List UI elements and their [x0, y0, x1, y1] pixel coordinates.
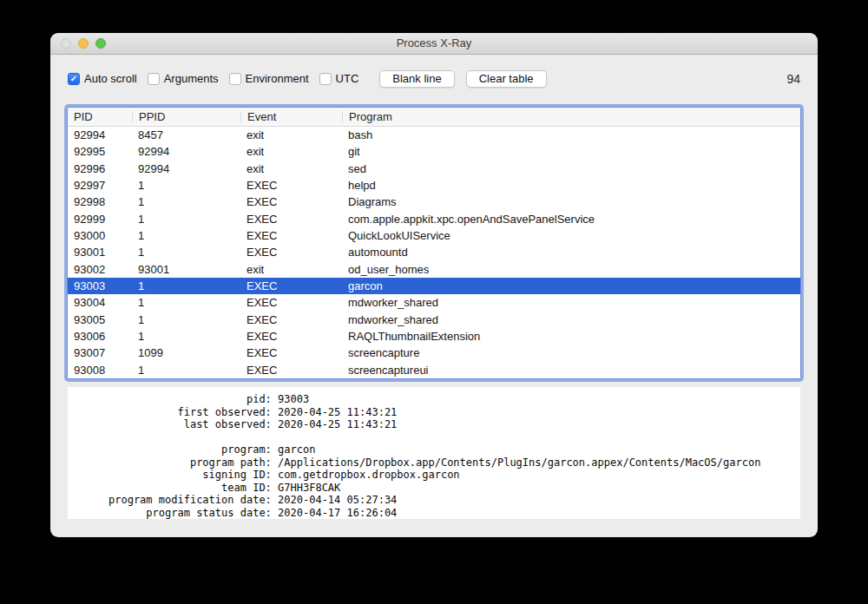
cell-program: mdworker_shared	[342, 312, 800, 328]
cell-ppid: 1	[132, 177, 240, 194]
column-header-program[interactable]: Program	[342, 111, 800, 123]
table-row[interactable]: 930051EXECmdworker_shared	[68, 312, 800, 328]
cell-event: EXEC	[240, 227, 342, 244]
table-row[interactable]: 9299592994exitgit	[68, 143, 800, 160]
checkbox-box-icon[interactable]	[319, 73, 332, 85]
cell-event: EXEC	[240, 312, 342, 328]
cell-program: bash	[342, 127, 800, 143]
clear-table-button[interactable]: Clear table	[466, 70, 547, 88]
blank-line-button[interactable]: Blank line	[379, 70, 454, 88]
table-row[interactable]: 929991EXECcom.apple.appkit.xpc.openAndSa…	[68, 211, 800, 227]
arguments-label: Arguments	[164, 72, 219, 85]
cell-event: exit	[240, 261, 342, 278]
process-xray-window: Process X-Ray ✓ Auto scroll Arguments En…	[50, 33, 818, 537]
cell-program: garcon	[342, 278, 800, 294]
cell-program: Diagrams	[342, 194, 800, 210]
cell-program: RAQLThumbnailExtension	[342, 328, 800, 345]
table-row[interactable]: 930011EXECautomountd	[68, 244, 800, 260]
checkbox-box-icon[interactable]	[229, 73, 241, 85]
cell-event: exit	[240, 143, 342, 160]
cell-ppid: 1	[132, 194, 240, 210]
cell-pid: 93002	[68, 261, 132, 278]
cell-program: automountd	[342, 244, 800, 260]
table-header: PID PPID Event Program	[68, 108, 800, 127]
cell-ppid: 1	[132, 278, 240, 294]
cell-program: screencaptureui	[342, 362, 800, 378]
cell-pid: 92999	[68, 211, 132, 227]
table-row[interactable]: 929971EXEChelpd	[68, 177, 800, 194]
title-bar[interactable]: Process X-Ray	[50, 33, 818, 55]
column-header-pid[interactable]: PID	[68, 111, 132, 123]
cell-pid: 92994	[68, 127, 132, 143]
checkbox-box-icon[interactable]: ✓	[68, 73, 80, 85]
cell-ppid: 92994	[132, 161, 240, 177]
cell-event: EXEC	[240, 244, 342, 260]
cell-ppid: 1	[132, 362, 240, 378]
auto-scroll-checkbox[interactable]: ✓ Auto scroll	[68, 72, 137, 85]
cell-program: mdworker_shared	[342, 294, 800, 311]
cell-pid: 92995	[68, 143, 132, 160]
arguments-checkbox[interactable]: Arguments	[148, 72, 219, 85]
cell-pid: 93004	[68, 294, 132, 311]
process-details: pid: 93003 first observed: 2020-04-25 11…	[68, 387, 800, 519]
process-table[interactable]: PID PPID Event Program 929948457exitbash…	[67, 107, 801, 379]
cell-event: EXEC	[240, 362, 342, 378]
cell-pid: 93006	[68, 328, 132, 345]
toolbar: ✓ Auto scroll Arguments Environment UTC …	[68, 69, 800, 88]
cell-ppid: 92994	[132, 143, 240, 160]
table-row[interactable]: 9300293001exitod_user_homes	[68, 261, 800, 278]
cell-event: EXEC	[240, 278, 342, 294]
environment-label: Environment	[246, 72, 309, 85]
utc-checkbox[interactable]: UTC	[319, 72, 359, 85]
cell-program: helpd	[342, 177, 800, 194]
cell-pid: 92996	[68, 161, 132, 177]
table-row[interactable]: 929981EXECDiagrams	[68, 194, 800, 210]
cell-pid: 93000	[68, 227, 132, 244]
cell-event: EXEC	[240, 211, 342, 227]
cell-program: com.apple.appkit.xpc.openAndSavePanelSer…	[342, 211, 800, 227]
cell-event: EXEC	[240, 177, 342, 194]
table-row[interactable]: 929948457exitbash	[68, 127, 800, 143]
cell-event: exit	[240, 127, 342, 143]
utc-label: UTC	[336, 72, 359, 85]
details-panel: pid: 93003 first observed: 2020-04-25 11…	[68, 387, 800, 519]
cell-pid: 93008	[68, 362, 132, 378]
cell-pid: 93001	[68, 244, 132, 260]
column-header-ppid[interactable]: PPID	[132, 111, 240, 123]
cell-program: od_user_homes	[342, 261, 800, 278]
checkbox-box-icon[interactable]	[148, 73, 160, 85]
column-header-event[interactable]: Event	[240, 111, 342, 123]
cell-ppid: 8457	[132, 127, 240, 143]
table-row[interactable]: 9299692994exitsed	[68, 161, 800, 177]
cell-event: exit	[240, 161, 342, 177]
cell-ppid: 1099	[132, 345, 240, 361]
cell-program: screencapture	[342, 345, 800, 361]
auto-scroll-label: Auto scroll	[84, 72, 137, 85]
table-row[interactable]: 930031EXECgarcon	[68, 278, 800, 294]
cell-ppid: 1	[132, 227, 240, 244]
cell-program: sed	[342, 161, 800, 177]
window-title: Process X-Ray	[50, 36, 818, 49]
cell-event: EXEC	[240, 194, 342, 210]
cell-ppid: 1	[132, 294, 240, 311]
table-row[interactable]: 930001EXECQuickLookUIService	[68, 227, 800, 244]
cell-event: EXEC	[240, 345, 342, 361]
cell-ppid: 1	[132, 328, 240, 345]
cell-ppid: 1	[132, 244, 240, 260]
cell-ppid: 93001	[132, 261, 240, 278]
cell-event: EXEC	[240, 294, 342, 311]
cell-program: QuickLookUIService	[342, 227, 800, 244]
cell-ppid: 1	[132, 211, 240, 227]
table-row[interactable]: 930061EXECRAQLThumbnailExtension	[68, 328, 800, 345]
table-row[interactable]: 930081EXECscreencaptureui	[68, 362, 800, 378]
table-row[interactable]: 930041EXECmdworker_shared	[68, 294, 800, 311]
cell-pid: 92998	[68, 194, 132, 210]
environment-checkbox[interactable]: Environment	[229, 72, 309, 85]
cell-pid: 93005	[68, 312, 132, 328]
table-row[interactable]: 930071099EXECscreencapture	[68, 345, 800, 361]
cell-program: git	[342, 143, 800, 160]
cell-pid: 92997	[68, 177, 132, 194]
table-body: 929948457exitbash9299592994exitgit929969…	[68, 127, 800, 378]
event-count: 94	[786, 72, 800, 86]
cell-ppid: 1	[132, 312, 240, 328]
